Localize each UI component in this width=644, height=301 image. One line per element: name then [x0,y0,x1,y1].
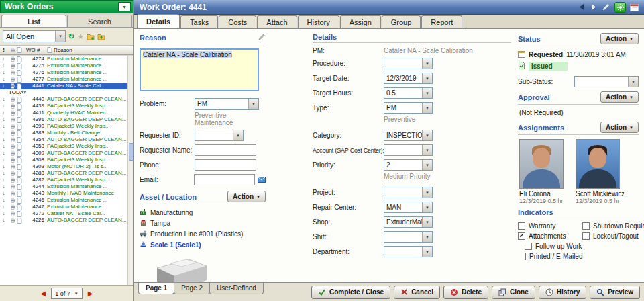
field-input[interactable] [195,159,256,171]
work-order-row[interactable]: ↓ 4283 AUTO-BAGGER DEEP CLEAN... [0,170,133,177]
indicator-attachments[interactable]: ✔ Attachments [518,232,582,240]
module-dropdown[interactable]: ▼ [118,2,131,11]
folder-up-icon[interactable] [97,33,105,40]
tab-group[interactable]: Group [382,15,421,28]
work-order-row[interactable]: ↓ 4274 Extrusion Maintenance ... [0,56,133,62]
history-button[interactable]: History [539,286,586,299]
work-order-row[interactable]: ↓ 4309 AUTO-BAGGER DEEP CLEAN... [0,150,133,157]
complete-close-button[interactable]: Complete / Close [311,286,390,299]
checkbox[interactable] [518,222,525,230]
work-order-row[interactable]: ↓ 4390 PACjacket3 Weekly Insp... [0,123,133,130]
work-order-row[interactable]: ↓ 4246 Extrusion Maintenance ... [0,197,133,204]
checkbox[interactable] [525,253,526,260]
work-order-list[interactable]: ↓ 4274 Extrusion Maintenance ... ↓ 4275 … [0,55,133,285]
checkbox[interactable] [525,243,532,250]
checkbox[interactable]: ✔ [518,232,525,240]
work-order-row[interactable]: ↓ 4440 AUTO-BAGGER DEEP CLEAN... [0,96,133,103]
scrollbar-thumb[interactable] [129,143,133,161]
work-order-row[interactable]: ↓ 4353 PACjacket3 Weekly Insp... [0,143,133,150]
pencil-icon[interactable] [258,33,266,42]
field-select[interactable]: 0.5 ▼ [384,87,433,99]
assignment-scott-mickiewicz[interactable]: Scott Mickiewicz 12/3/2019 0.5 hr [576,139,624,204]
tab-history[interactable]: History [298,15,339,28]
column-icons[interactable] [7,47,25,53]
refresh-icon[interactable]: ↻ [68,33,74,40]
star-icon[interactable]: ★ [77,33,84,40]
asset-tree-item-scale-1-scale1[interactable]: Scale 1 (Scale1) [140,241,266,249]
approval-action-button[interactable]: Action ▼ [600,91,639,103]
column-reason[interactable]: Reason [47,47,133,53]
work-order-row[interactable]: ↓ 4272 Cataler NA - Scale Cal... [0,210,133,217]
indicator-follow-up-work[interactable]: Follow-up Work [525,243,582,250]
clone-button[interactable]: Clone [492,286,535,299]
settings-icon[interactable] [614,2,626,13]
edit-icon[interactable] [602,3,610,11]
asset-tree-item-manufacturing[interactable]: Manufacturing [140,208,266,217]
next-page-icon[interactable]: ▶ [88,290,93,297]
reason-textarea[interactable]: Cataler NA - Scale Calibration [140,48,259,91]
work-order-row[interactable]: ↓ 4391 AUTO-BAGGER DEEP CLEAN... [0,116,133,123]
work-order-row[interactable]: ↓ 4243 Monthly HVAC Maintenance [0,190,133,197]
work-order-row[interactable]: ↓ 4308 PACjacket3 Weekly Insp... [0,157,133,163]
substatus-select[interactable]: ▼ [574,76,639,87]
field-select[interactable]: ▼ [384,144,433,156]
page-tab-page-1[interactable]: Page 1 [138,283,174,294]
page-selector[interactable]: 1 of 7 ▼ [51,288,82,299]
work-order-row[interactable]: ↓ 4354 AUTO-BAGGER DEEP CLEAN... [0,136,133,143]
field-select[interactable]: ▼ [195,130,244,141]
indicator-warranty[interactable]: Warranty [518,222,582,230]
field-select[interactable]: INSPECTIO ▼ [384,130,433,141]
asset-tree-item-production-line-001-plastics[interactable]: Production Line #001 (Plastics) [140,230,266,239]
field-select[interactable]: MAN ▼ [384,202,433,213]
work-order-row[interactable]: ↓ 4247 Extrusion Maintenance ... [0,204,133,210]
work-order-row[interactable]: ↓ 4383 Monthly - Belt Change [0,130,133,136]
work-order-row[interactable]: ↓ 4303 Motor (MOTOR-2) - is s... [0,163,133,170]
work-order-row[interactable]: ↓ 4411 Quarterly HVAC Mainten... [0,110,133,116]
assignment-eli-corona[interactable]: Eli Corona 12/3/2019 0.5 hr [519,139,568,204]
back-icon[interactable] [578,3,586,11]
work-order-row[interactable]: ↓ 4439 PACjacket3 Weekly Insp... [0,103,133,110]
indicator-lockout-tagout[interactable]: Lockout/Tagout [582,232,644,240]
field-input[interactable] [194,174,255,185]
work-order-row[interactable]: ↓ 4276 Extrusion Maintenance ... [0,69,133,76]
forward-icon[interactable] [590,3,598,11]
field-select[interactable]: ▼ [384,58,433,69]
list-scrollbar[interactable] [127,56,133,285]
page-tab-page-2[interactable]: Page 2 [174,283,210,294]
indicator-shutdown-required[interactable]: Shutdown Required [582,222,644,230]
tab-report[interactable]: Report [421,15,462,28]
cancel-button[interactable]: Cancel [394,286,440,299]
problem-select[interactable]: PM ▼ [195,98,259,110]
checkbox[interactable] [582,232,590,240]
work-order-row[interactable]: ↓ 4277 Extrusion Maintenance ... [0,76,133,83]
work-order-row[interactable]: ↓ 4226 AUTO-BAGGER DEEP CLEAN... [0,217,133,224]
tab-tasks[interactable]: Tasks [180,15,218,28]
column-alert[interactable]: ! [0,47,7,53]
tab-details[interactable]: Details [137,14,180,28]
asset-tree-item-tampa[interactable]: Tampa [140,219,266,228]
folder-add-icon[interactable] [87,33,95,40]
field-select[interactable]: PM ▼ [384,102,433,114]
field-select[interactable]: ▼ [384,231,433,243]
work-order-row[interactable]: ↓ 4282 PACjacket3 Weekly Insp... [0,177,133,183]
sidebar-tab-list[interactable]: List [1,15,66,27]
field-select[interactable]: 12/3/2019 ▼ [384,73,433,84]
delete-button[interactable]: Delete [443,286,488,299]
sidebar-tab-search[interactable]: Search [67,15,132,27]
indicator-printed-e-mailed[interactable]: Printed / E-Mailed [525,253,582,260]
field-select[interactable]: 2 ▼ [384,159,433,171]
prev-page-icon[interactable]: ◀ [41,290,46,297]
field-select[interactable]: ▼ [384,187,433,198]
asset-action-button[interactable]: Action ▼ [227,191,266,202]
page-tab-user-defined[interactable]: User-Defined [209,283,264,294]
field-select[interactable]: ▼ [384,246,433,257]
work-order-row[interactable]: ↓ 4275 Extrusion Maintenance ... [0,62,133,69]
assignments-action-button[interactable]: Action ▼ [600,122,639,133]
tab-attach[interactable]: Attach [257,15,297,28]
calendar-icon[interactable] [630,3,639,11]
preview-button[interactable]: Preview [590,286,640,299]
work-order-row[interactable]: ↓ 4244 Extrusion Maintenance ... [0,183,133,190]
tab-costs[interactable]: Costs [219,15,256,28]
status-action-button[interactable]: Action ▼ [600,33,639,44]
tab-assign[interactable]: Assign [340,15,381,28]
